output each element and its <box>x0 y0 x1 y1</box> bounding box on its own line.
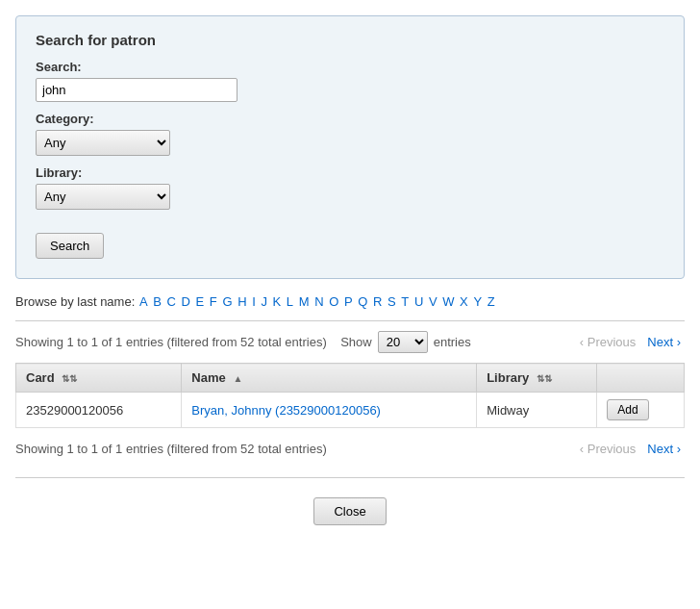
entries-label: entries <box>434 335 471 349</box>
add-button[interactable]: Add <box>607 399 648 420</box>
cell-library: Midway <box>477 393 597 428</box>
browse-letter-k[interactable]: K <box>273 294 282 309</box>
divider-top <box>15 320 685 321</box>
browse-letter-s[interactable]: S <box>388 294 396 309</box>
browse-letter-h[interactable]: H <box>238 294 246 309</box>
search-panel: Search for patron Search: Category: Any … <box>15 15 685 279</box>
browse-letter-w[interactable]: W <box>442 294 454 309</box>
category-select[interactable]: Any Adult Child Senior Staff <box>36 130 170 156</box>
col-name[interactable]: Name <box>182 364 477 393</box>
library-field-group: Library: Any Midway Main Branch North Br… <box>36 165 664 210</box>
bottom-pagination: Previous Next <box>576 440 685 458</box>
close-button[interactable]: Close <box>313 497 386 525</box>
cell-card: 23529000120056 <box>16 393 182 428</box>
browse-letter-e[interactable]: E <box>196 294 205 309</box>
top-table-controls: Showing 1 to 1 of 1 entries (filtered fr… <box>15 331 685 353</box>
table-header-row: Card ⇅ Name Library ⇅ <box>16 364 685 393</box>
search-button[interactable]: Search <box>36 233 104 259</box>
browse-letter-d[interactable]: D <box>182 294 190 309</box>
search-panel-title: Search for patron <box>36 32 664 48</box>
browse-letter-l[interactable]: L <box>287 294 293 309</box>
browse-letter-r[interactable]: R <box>373 294 382 309</box>
browse-letter-z[interactable]: Z <box>488 294 495 309</box>
bottom-next-button[interactable]: Next <box>643 440 685 458</box>
browse-letter-t[interactable]: T <box>401 294 409 309</box>
browse-letter-b[interactable]: B <box>153 294 162 309</box>
top-pagination: Previous Next <box>576 333 685 351</box>
close-section: Close <box>15 497 685 525</box>
category-label: Category: <box>36 112 664 126</box>
bottom-showing-text: Showing 1 to 1 of 1 entries (filtered fr… <box>15 442 327 456</box>
bottom-previous-button[interactable]: Previous <box>576 440 640 458</box>
table-row: 23529000120056 Bryan, Johnny (2352900012… <box>16 393 685 428</box>
patrons-table: Card ⇅ Name Library ⇅ 23529000120056 Bry… <box>15 363 685 428</box>
browse-letter-c[interactable]: C <box>167 294 176 309</box>
bottom-table-controls: Showing 1 to 1 of 1 entries (filtered fr… <box>15 440 685 458</box>
search-label: Search: <box>36 60 664 74</box>
patron-name-link[interactable]: Bryan, Johnny (23529000120056) <box>191 403 381 418</box>
browse-letter-x[interactable]: X <box>460 294 468 309</box>
browse-letter-f[interactable]: F <box>210 294 217 309</box>
search-input[interactable] <box>36 78 238 102</box>
browse-letter-n[interactable]: N <box>314 294 323 309</box>
col-library[interactable]: Library ⇅ <box>477 364 597 393</box>
browse-letter-i[interactable]: I <box>252 294 256 309</box>
cell-name: Bryan, Johnny (23529000120056) <box>182 393 477 428</box>
browse-letter-v[interactable]: V <box>429 294 438 309</box>
library-sort-icon: ⇅ <box>537 373 552 384</box>
browse-label: Browse by last name: <box>15 294 135 309</box>
col-action <box>597 364 685 393</box>
show-label: Show <box>340 335 372 349</box>
browse-letter-a[interactable]: A <box>139 294 148 309</box>
category-field-group: Category: Any Adult Child Senior Staff <box>36 112 664 156</box>
top-showing-text: Showing 1 to 1 of 1 entries (filtered fr… <box>15 335 327 349</box>
search-field-group: Search: <box>36 60 664 102</box>
show-select[interactable]: 10 20 50 100 <box>378 331 428 353</box>
browse-letter-y[interactable]: Y <box>473 294 482 309</box>
browse-letters: A B C D E F G H I J K L M N O P Q R S T … <box>138 294 496 309</box>
cell-action: Add <box>597 393 685 428</box>
browse-letter-g[interactable]: G <box>222 294 232 309</box>
browse-letter-u[interactable]: U <box>414 294 423 309</box>
card-sort-icon: ⇅ <box>62 373 77 384</box>
top-previous-button[interactable]: Previous <box>576 333 640 351</box>
browse-letter-q[interactable]: Q <box>358 294 367 309</box>
browse-letter-p[interactable]: P <box>344 294 353 309</box>
library-select[interactable]: Any Midway Main Branch North Branch <box>36 184 170 210</box>
browse-letter-j[interactable]: J <box>261 294 267 309</box>
browse-section: Browse by last name: A B C D E F G H I J… <box>15 294 685 309</box>
divider-bottom <box>15 477 685 478</box>
top-next-button[interactable]: Next <box>643 333 685 351</box>
browse-letter-o[interactable]: O <box>329 294 338 309</box>
browse-letter-m[interactable]: M <box>299 294 310 309</box>
library-label: Library: <box>36 165 664 180</box>
name-sort-icon <box>233 373 242 384</box>
col-card[interactable]: Card ⇅ <box>16 364 182 393</box>
